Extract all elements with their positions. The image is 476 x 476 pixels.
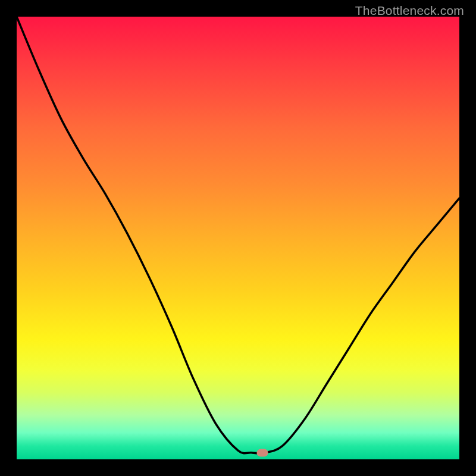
watermark-text: TheBottleneck.com <box>355 4 464 18</box>
plot-area <box>17 17 459 459</box>
chart-container: TheBottleneck.com <box>0 0 476 476</box>
bottleneck-curve <box>17 17 459 459</box>
optimum-marker <box>256 449 268 456</box>
